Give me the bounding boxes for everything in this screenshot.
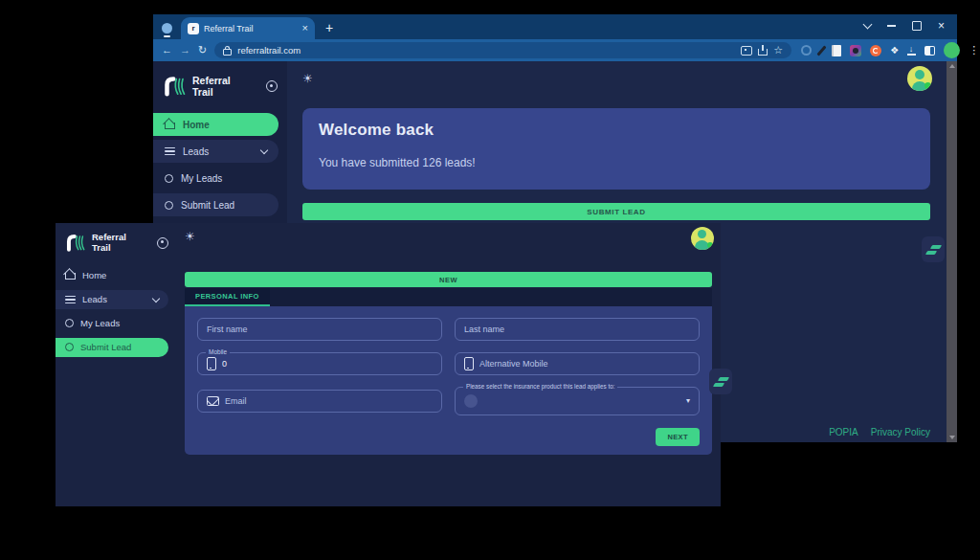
flash-widget-badge[interactable]: [922, 236, 945, 262]
mobile-input[interactable]: [222, 359, 433, 369]
reload-button[interactable]: ↻: [198, 45, 207, 56]
brand-name: Referral Trail: [192, 75, 231, 98]
theme-toggle-sun-icon[interactable]: ☀: [302, 72, 313, 85]
envelope-icon: [207, 396, 219, 406]
sidebar-item-my-leads[interactable]: My Leads: [153, 167, 278, 190]
chevron-down-icon: [152, 295, 160, 302]
sidebar-item-submit-lead[interactable]: Submit Lead: [56, 338, 168, 357]
tab-favicon-icon: r: [188, 23, 199, 34]
chevron-down-icon: [260, 146, 268, 154]
extension-ring-icon[interactable]: [801, 45, 812, 56]
first-name-input[interactable]: [207, 325, 433, 334]
minimize-button[interactable]: [887, 25, 896, 27]
scroll-down-icon[interactable]: [949, 436, 955, 439]
desktop-canvas: r Referral Trail × + × ← → ↻ referraltra…: [0, 0, 980, 560]
footer-links: POPIA Privacy Policy: [829, 427, 930, 437]
mobile-field-label: Mobile: [206, 349, 230, 356]
share-icon[interactable]: [758, 49, 768, 56]
window-chevron-icon[interactable]: [863, 20, 873, 30]
bullet-circle-icon: [165, 174, 173, 183]
phone-icon: [207, 357, 216, 370]
dropdown-caret-icon: ▾: [686, 397, 690, 405]
extension-orange-icon[interactable]: [870, 45, 881, 56]
extension-book-icon[interactable]: [832, 45, 841, 56]
back-button[interactable]: ←: [162, 45, 172, 56]
browser-toolbar: ← → ↻ referraltrail.com ☆ ❖: [153, 39, 957, 61]
popia-link[interactable]: POPIA: [829, 427, 858, 437]
sidebar-item-leads[interactable]: Leads: [56, 290, 168, 309]
extension-pen-icon[interactable]: [817, 45, 827, 56]
first-name-field[interactable]: [197, 318, 442, 341]
submit-lead-main: ☀ NEW PERSONAL INFO: [176, 223, 721, 506]
browser-tab-strip: r Referral Trail × + ×: [153, 14, 957, 39]
tab-personal-info[interactable]: PERSONAL INFO: [185, 288, 270, 306]
email-input[interactable]: [225, 396, 433, 406]
browser-profile-dot[interactable]: [162, 23, 172, 37]
address-bar[interactable]: referraltrail.com ☆: [214, 42, 791, 58]
lock-icon: [223, 49, 232, 56]
dashboard-header: ☀: [302, 61, 930, 96]
sidebar-item-leads[interactable]: Leads: [153, 140, 278, 163]
tab-close-icon[interactable]: ×: [302, 23, 308, 34]
last-name-input[interactable]: [464, 325, 690, 334]
url-text: referraltrail.com: [237, 45, 301, 56]
referral-trail-logo: [163, 75, 186, 98]
scroll-up-icon[interactable]: [949, 64, 955, 68]
collapse-target-icon[interactable]: [157, 237, 168, 249]
insurance-product-label: Please select the insurance product this…: [463, 384, 617, 390]
bookmark-star-icon[interactable]: ☆: [773, 45, 783, 56]
sidebar-item-home[interactable]: Home: [153, 113, 278, 136]
theme-toggle-sun-icon[interactable]: ☀: [185, 230, 195, 243]
new-tab-button[interactable]: +: [325, 21, 333, 34]
overlay-sidebar: Referral Trail Home Leads My Leads Subm: [56, 223, 176, 506]
forward-button[interactable]: →: [180, 45, 190, 56]
browser-profile-avatar[interactable]: [944, 42, 960, 58]
submit-lead-window: Referral Trail Home Leads My Leads Subm: [56, 223, 721, 506]
phone-icon: [464, 357, 474, 370]
privacy-policy-link[interactable]: Privacy Policy: [871, 427, 930, 437]
profile-dot-icon: [162, 23, 172, 34]
close-window-button[interactable]: ×: [938, 20, 945, 32]
bullet-circle-icon: [65, 319, 74, 327]
home-icon: [65, 270, 76, 280]
alternative-mobile-input[interactable]: [479, 359, 690, 369]
leads-list-icon: [65, 296, 76, 304]
side-panel-icon[interactable]: [924, 46, 935, 56]
browser-menu-icon[interactable]: ⋮: [969, 45, 979, 56]
email-field[interactable]: [197, 390, 442, 413]
window-controls: ×: [852, 20, 957, 32]
mobile-field[interactable]: Mobile: [197, 352, 442, 375]
referral-trail-logo: [65, 233, 85, 253]
collapse-target-icon[interactable]: [266, 80, 278, 92]
submit-lead-button[interactable]: SUBMIT LEAD: [302, 203, 930, 220]
profile-dash: [164, 35, 170, 37]
maximize-button[interactable]: [912, 21, 922, 31]
lead-form: Mobile Please select the insurance produ…: [197, 318, 700, 415]
sidebar-item-submit-lead[interactable]: Submit Lead: [153, 193, 278, 216]
user-avatar[interactable]: [907, 66, 932, 91]
brand-name: Referral Trail: [92, 233, 126, 254]
last-name-field[interactable]: [455, 318, 700, 341]
page-scrollbar[interactable]: [947, 61, 957, 442]
user-avatar[interactable]: [691, 227, 714, 250]
install-app-icon[interactable]: [741, 46, 752, 56]
bullet-circle-icon: [165, 201, 173, 210]
leads-list-icon: [165, 147, 175, 156]
sidebar-item-home[interactable]: Home: [56, 266, 168, 285]
extension-paw-icon[interactable]: ❖: [890, 46, 899, 56]
logo-row: Referral Trail: [56, 227, 176, 261]
insurance-product-select[interactable]: Please select the insurance product this…: [455, 387, 700, 415]
overlay-header: ☀: [185, 223, 712, 250]
extensions-area: ❖ ⋮: [801, 42, 979, 58]
sidebar-item-my-leads[interactable]: My Leads: [56, 314, 168, 333]
download-icon[interactable]: [907, 45, 916, 56]
alternative-mobile-field[interactable]: [455, 352, 700, 375]
extension-camera-icon[interactable]: [850, 45, 861, 56]
browser-tab[interactable]: r Referral Trail ×: [181, 17, 315, 39]
next-button[interactable]: NEXT: [656, 428, 700, 446]
loading-chip: [464, 394, 478, 408]
bullet-circle-icon: [65, 343, 74, 351]
home-icon: [165, 120, 175, 130]
welcome-message: You have submitted 126 leads!: [319, 156, 914, 169]
flash-widget-badge[interactable]: [709, 369, 732, 394]
